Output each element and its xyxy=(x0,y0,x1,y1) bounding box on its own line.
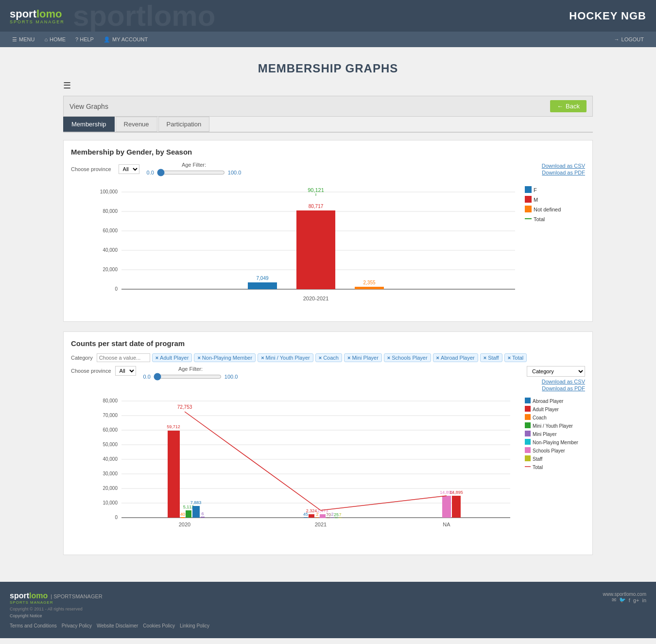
svg-text:2,355: 2,355 xyxy=(363,280,375,285)
svg-text:7,049: 7,049 xyxy=(256,276,268,281)
age-slider-1[interactable] xyxy=(157,169,225,176)
svg-text:40,000: 40,000 xyxy=(103,247,118,253)
twitter-icon: 🐦 xyxy=(619,597,626,603)
tag-mini[interactable]: ×Mini Player xyxy=(344,353,382,362)
footer-copyright: Copyright © 2011 - All rights reserved xyxy=(10,607,103,611)
svg-text:7: 7 xyxy=(339,512,341,517)
svg-rect-51 xyxy=(181,517,185,518)
facebook-icon: f xyxy=(629,597,630,603)
category-input[interactable] xyxy=(97,353,150,362)
svg-text:90,121: 90,121 xyxy=(308,187,324,193)
download-csv-1[interactable]: Download as CSV xyxy=(542,163,585,169)
tab-revenue[interactable]: Revenue xyxy=(116,117,157,132)
back-button[interactable]: ← Back xyxy=(550,100,587,112)
download-csv-2[interactable]: Download as CSV xyxy=(542,379,585,384)
age-slider-2[interactable] xyxy=(154,373,222,381)
svg-rect-77 xyxy=(452,496,461,518)
view-graphs-panel: View Graphs ← Back xyxy=(63,96,593,117)
tag-adult-player[interactable]: ×Adult Player xyxy=(152,353,192,362)
account-icon: 👤 xyxy=(104,36,110,43)
nav-home[interactable]: ⌂ HOME xyxy=(39,32,70,47)
svg-rect-93 xyxy=(525,439,531,445)
nav-logout[interactable]: → LOGOUT xyxy=(609,32,649,47)
tag-mini-youth[interactable]: ×Mini / Youth Player xyxy=(258,353,313,362)
svg-text:10,000: 10,000 xyxy=(103,500,118,505)
svg-rect-49 xyxy=(168,431,180,518)
svg-rect-91 xyxy=(525,431,531,436)
chart2-title: Counts per start date of program xyxy=(71,339,585,348)
tag-coach[interactable]: ×Coach xyxy=(315,353,342,362)
chart1-title: Membership by Gender, by Season xyxy=(71,148,585,156)
svg-text:30,000: 30,000 xyxy=(103,471,118,476)
category-label: Category xyxy=(71,355,93,361)
privacy-link[interactable]: Privacy Policy xyxy=(62,623,92,628)
tab-participation[interactable]: Participation xyxy=(158,117,210,132)
province-select-2[interactable]: All xyxy=(115,366,136,376)
province-label-2: Choose province xyxy=(71,368,111,374)
svg-rect-75 xyxy=(442,496,451,518)
chart2-section: Counts per start date of program Categor… xyxy=(63,331,593,555)
arrow-left-icon: ← xyxy=(557,103,563,110)
svg-rect-97 xyxy=(525,455,531,461)
svg-text:6: 6 xyxy=(201,511,204,516)
tag-staff[interactable]: ×Staff xyxy=(480,353,502,362)
tag-schools[interactable]: ×Schools Player xyxy=(384,353,431,362)
svg-rect-87 xyxy=(525,414,531,420)
terms-link[interactable]: Terms and Conditions xyxy=(10,623,57,628)
download-pdf-1[interactable]: Download as PDF xyxy=(542,170,585,175)
svg-rect-15 xyxy=(296,210,335,289)
svg-text:Non-Playing Member: Non-Playing Member xyxy=(533,440,579,445)
svg-text:50,000: 50,000 xyxy=(103,442,118,447)
nav-account[interactable]: 👤 MY ACCOUNT xyxy=(99,32,153,47)
email-icon: ✉ xyxy=(612,597,616,603)
cookies-link[interactable]: Cookies Policy xyxy=(143,623,175,628)
category-select[interactable]: Category xyxy=(527,366,585,377)
nav-help[interactable]: ? HELP xyxy=(70,32,99,47)
svg-text:40: 40 xyxy=(180,512,185,517)
footer-www: www.sportlomo.com xyxy=(603,592,646,597)
age-max-2: 100.0 xyxy=(224,374,238,380)
google-icon: g+ xyxy=(633,597,639,603)
province-select-1[interactable]: All xyxy=(119,164,139,174)
nav-menu[interactable]: ☰ MENU xyxy=(7,32,39,47)
svg-text:72,753: 72,753 xyxy=(177,404,192,410)
chart1-section: Membership by Gender, by Season Choose p… xyxy=(63,140,593,322)
age-max-1: 100.0 xyxy=(228,170,242,175)
download-pdf-2[interactable]: Download as PDF xyxy=(542,385,585,391)
tabs: Membership Revenue Participation xyxy=(63,117,593,133)
svg-text:Adult Player: Adult Player xyxy=(533,407,559,412)
svg-rect-63 xyxy=(315,517,319,518)
footer-links: Terms and Conditions Privacy Policy Webs… xyxy=(10,623,209,628)
svg-text:80,000: 80,000 xyxy=(103,398,118,403)
svg-rect-83 xyxy=(525,398,531,403)
tag-non-playing[interactable]: ×Non-Playing Member xyxy=(194,353,256,362)
tab-membership[interactable]: Membership xyxy=(63,117,115,132)
svg-rect-65 xyxy=(320,514,326,518)
svg-text:25: 25 xyxy=(334,512,339,517)
province-label-1: Choose province xyxy=(71,166,111,172)
footer-copyright-notice[interactable]: Copyright Notice xyxy=(10,613,103,618)
footer-sports-manager: | SPORTSMANAGER xyxy=(51,593,103,599)
svg-rect-61 xyxy=(309,514,314,518)
navbar: ☰ MENU ⌂ HOME ? HELP 👤 MY ACCOUNT → LOGO… xyxy=(0,32,656,47)
footer-logo: sportlomo xyxy=(10,592,48,600)
tag-abroad[interactable]: ×Abroad Player xyxy=(433,353,478,362)
svg-text:14,895: 14,895 xyxy=(449,490,463,495)
view-graphs-label: View Graphs xyxy=(69,103,108,110)
svg-text:Mini / Youth Player: Mini / Youth Player xyxy=(533,423,573,429)
svg-text:2020: 2020 xyxy=(179,522,190,527)
linking-link[interactable]: Linking Policy xyxy=(180,623,209,628)
svg-text:Mini Player: Mini Player xyxy=(533,432,557,437)
svg-rect-55 xyxy=(192,506,200,518)
svg-text:60,000: 60,000 xyxy=(103,427,118,433)
hamburger-icon[interactable]: ☰ xyxy=(63,80,593,91)
footer-social: ✉ 🐦 f g+ in xyxy=(603,597,646,603)
svg-text:F: F xyxy=(534,187,537,193)
disclaimer-link[interactable]: Website Disclaimer xyxy=(97,623,138,628)
svg-rect-95 xyxy=(525,447,531,453)
logo: sportlomo xyxy=(10,8,65,20)
tag-total[interactable]: ×Total xyxy=(504,353,527,362)
svg-rect-17 xyxy=(355,287,384,289)
svg-text:0: 0 xyxy=(115,286,118,292)
bar-chart-2: 80,000 70,000 60,000 50,000 40,000 30,00… xyxy=(71,395,585,546)
